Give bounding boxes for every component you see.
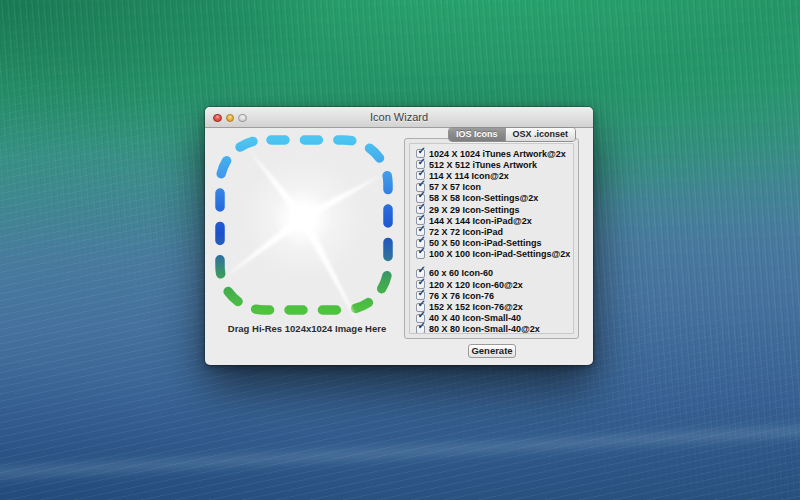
checkmark-icon: ✓ — [418, 179, 426, 189]
icon-size-list: ✓ 1024 X 1024 iTunes Artwork@2x ✓ 512 X … — [409, 143, 574, 334]
tab-bar: IOS Icons OSX .iconset — [448, 127, 576, 142]
checkmark-icon: ✓ — [418, 224, 426, 234]
icon-size-row[interactable]: ✓ 100 X 100 Icon-iPad-Settings@2x — [416, 249, 573, 260]
icon-size-row[interactable]: ✓ 72 X 72 Icon-iPad — [416, 226, 573, 237]
checkmark-icon: ✓ — [418, 146, 426, 156]
checkmark-icon: ✓ — [418, 168, 426, 178]
tab-ios-icons[interactable]: IOS Icons — [449, 128, 505, 141]
icon-size-label: 29 X 29 Icon-Settings — [429, 205, 520, 215]
icon-size-row[interactable]: ✓ 29 X 29 Icon-Settings — [416, 204, 573, 215]
icon-size-row[interactable]: ✓ 80 X 80 Icon-Small-40@2x — [416, 324, 573, 334]
checkmark-icon: ✓ — [418, 213, 426, 223]
icon-size-row[interactable]: ✓ 60 x 60 Icon-60 — [416, 268, 573, 279]
icon-size-label: 144 X 144 Icon-iPad@2x — [429, 216, 532, 226]
icon-size-label: 512 X 512 iTunes Artwork — [429, 160, 537, 170]
icon-size-label: 76 X 76 Icon-76 — [429, 291, 494, 301]
dropzone-caption: Drag Hi-Res 1024x1024 Image Here — [212, 323, 402, 334]
icon-size-row[interactable]: ✓ 57 X 57 Icon — [416, 182, 573, 193]
checkmark-icon: ✓ — [418, 277, 426, 287]
icon-size-row[interactable]: ✓ 1024 X 1024 iTunes Artwork@2x — [416, 148, 573, 159]
icon-size-label: 40 X 40 Icon-Small-40 — [429, 313, 521, 323]
icon-size-row[interactable]: ✓ 40 X 40 Icon-Small-40 — [416, 313, 573, 324]
icon-size-label: 58 X 58 Icon-Settings@2x — [429, 193, 538, 203]
tab-osx-iconset[interactable]: OSX .iconset — [505, 128, 576, 141]
checkmark-icon: ✓ — [418, 299, 426, 309]
icon-size-row[interactable]: ✓ 144 X 144 Icon-iPad@2x — [416, 215, 573, 226]
icon-size-label: 120 X 120 Icon-60@2x — [429, 280, 523, 290]
checkmark-icon: ✓ — [418, 246, 426, 256]
icon-size-row[interactable]: ✓ 58 X 58 Icon-Settings@2x — [416, 193, 573, 204]
icon-size-label: 50 X 50 Icon-iPad-Settings — [429, 238, 542, 248]
checkmark-icon: ✓ — [418, 288, 426, 298]
checkmark-icon: ✓ — [418, 321, 426, 331]
checkmark-icon: ✓ — [418, 265, 426, 275]
icon-sizes-panel: ✓ 1024 X 1024 iTunes Artwork@2x ✓ 512 X … — [404, 138, 579, 339]
icon-size-group: ✓ 1024 X 1024 iTunes Artwork@2x ✓ 512 X … — [416, 148, 573, 260]
icon-size-row[interactable]: ✓ 50 X 50 Icon-iPad-Settings — [416, 238, 573, 249]
checkbox[interactable]: ✓ — [416, 325, 425, 334]
icon-size-label: 60 x 60 Icon-60 — [429, 268, 493, 278]
icon-size-row[interactable]: ✓ 120 X 120 Icon-60@2x — [416, 279, 573, 290]
icon-size-row[interactable]: ✓ 512 X 512 iTunes Artwork — [416, 159, 573, 170]
icon-size-row[interactable]: ✓ 114 X 114 Icon@2x — [416, 170, 573, 181]
icon-size-group: ✓ 60 x 60 Icon-60 ✓ 120 X 120 Icon-60@2x… — [416, 268, 573, 334]
icon-size-label: 1024 X 1024 iTunes Artwork@2x — [429, 149, 566, 159]
checkmark-icon: ✓ — [418, 310, 426, 320]
checkmark-icon: ✓ — [418, 235, 426, 245]
icon-size-row[interactable]: ✓ 152 X 152 Icon-76@2x — [416, 301, 573, 312]
icon-size-row[interactable]: ✓ 76 X 76 Icon-76 — [416, 290, 573, 301]
icon-wizard-window: Icon Wizard — [205, 107, 593, 365]
icon-size-label: 100 X 100 Icon-iPad-Settings@2x — [429, 249, 570, 259]
image-drop-zone[interactable] — [212, 122, 402, 350]
icon-size-label: 152 X 152 Icon-76@2x — [429, 302, 523, 312]
icon-size-label: 72 X 72 Icon-iPad — [429, 227, 503, 237]
checkmark-icon: ✓ — [418, 190, 426, 200]
checkbox[interactable]: ✓ — [416, 250, 425, 259]
icon-size-label: 80 X 80 Icon-Small-40@2x — [429, 324, 540, 334]
checkmark-icon: ✓ — [418, 202, 426, 212]
checkmark-icon: ✓ — [418, 157, 426, 167]
icon-size-label: 114 X 114 Icon@2x — [429, 171, 509, 181]
icon-size-label: 57 X 57 Icon — [429, 182, 481, 192]
generate-button[interactable]: Generate — [468, 344, 516, 358]
